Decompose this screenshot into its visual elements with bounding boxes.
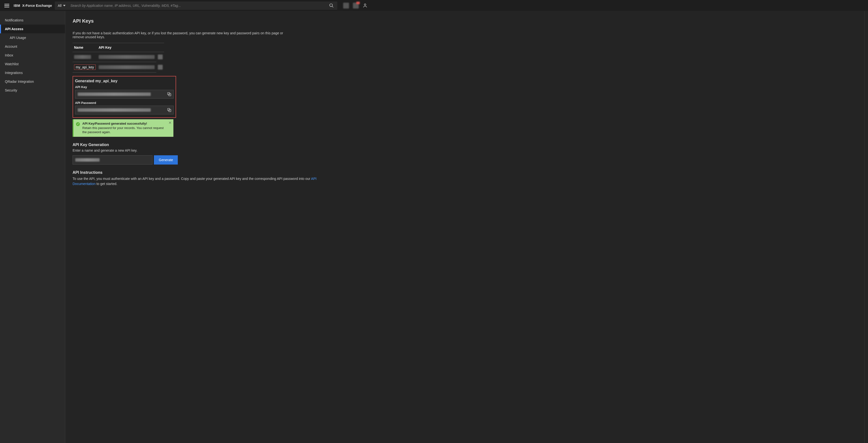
app-header: IBM X-Force Exchange All xyxy=(0,0,868,11)
key-generation-section: API Key Generation Enter a name and gene… xyxy=(72,143,861,164)
search-bar: All xyxy=(55,1,337,10)
brand-ibm: IBM xyxy=(13,4,20,7)
check-icon: ✓ xyxy=(76,122,80,126)
instructions-title: API Instructions xyxy=(72,170,861,175)
sidebar-item-account[interactable]: Account xyxy=(0,42,65,51)
copy-api-password-button[interactable] xyxy=(167,108,172,112)
sidebar-item-label: QRadar Integration xyxy=(5,80,34,84)
sidebar-item-label: Integrations xyxy=(5,71,23,75)
api-password-value-redacted xyxy=(78,108,151,112)
search-input[interactable] xyxy=(68,4,326,7)
generated-key-panel: Generated my_api_key API Key API Passwor… xyxy=(72,76,176,118)
sidebar-item-api-access[interactable]: API Access xyxy=(0,25,65,33)
profile-menu[interactable] xyxy=(363,3,368,8)
header-actions xyxy=(343,3,368,8)
row-action-icon[interactable] xyxy=(158,65,163,70)
key-name-redacted xyxy=(74,55,91,59)
table-row: my_api_key xyxy=(72,62,164,72)
close-icon xyxy=(168,121,172,124)
sidebar-item-label: Account xyxy=(5,44,17,49)
key-name-input-value-redacted xyxy=(75,158,100,162)
search-button[interactable] xyxy=(326,3,337,8)
settings-sidebar: Notifications API Access API Usage Accou… xyxy=(0,11,65,443)
search-icon xyxy=(329,3,334,8)
api-key-value-redacted xyxy=(78,93,151,96)
sidebar-item-label: API Access xyxy=(5,27,23,31)
api-key-field[interactable] xyxy=(75,90,174,99)
key-value-redacted xyxy=(99,65,155,69)
sidebar-item-qradar[interactable]: QRadar Integration xyxy=(0,77,65,86)
copy-icon xyxy=(167,108,172,112)
row-action-icon[interactable] xyxy=(158,55,163,59)
header-action-1[interactable] xyxy=(343,3,349,8)
table-row xyxy=(72,52,164,62)
sidebar-item-label: Inbox xyxy=(5,53,13,57)
brand[interactable]: IBM X-Force Exchange xyxy=(13,4,52,7)
sidebar-item-watchlist[interactable]: Watchlist xyxy=(0,60,65,68)
generation-section-title: API Key Generation xyxy=(72,143,861,147)
search-filter-label: All xyxy=(58,4,62,7)
generation-section-desc: Enter a name and generate a new API key. xyxy=(72,149,861,152)
search-filter-dropdown[interactable]: All xyxy=(55,4,68,7)
sidebar-item-label: Notifications xyxy=(5,18,23,22)
instructions-section: API Instructions To use the API, you mus… xyxy=(72,170,861,186)
page-title: API Keys xyxy=(72,18,861,24)
main-content: API Keys If you do not have a basic auth… xyxy=(65,11,868,443)
brand-product: X-Force Exchange xyxy=(22,4,52,7)
sidebar-item-label: Security xyxy=(5,88,17,92)
table-header-key: API Key xyxy=(97,43,156,52)
sidebar-item-security[interactable]: Security xyxy=(0,86,65,95)
sidebar-item-label: Watchlist xyxy=(5,62,19,66)
svg-line-1 xyxy=(332,6,333,7)
sidebar-item-api-usage[interactable]: API Usage xyxy=(0,33,65,42)
sidebar-item-notifications[interactable]: Notifications xyxy=(0,16,65,25)
banner-text: Retain this password for your records. Y… xyxy=(82,126,165,134)
svg-point-2 xyxy=(364,4,366,5)
copy-icon xyxy=(167,92,172,96)
instructions-text: To use the API, you must authenticate wi… xyxy=(72,176,328,186)
key-name-highlighted: my_api_key xyxy=(74,64,96,70)
svg-point-0 xyxy=(330,4,333,7)
table-header-name: Name xyxy=(72,43,97,52)
notification-badge xyxy=(356,2,360,4)
page-description: If you do not have a basic authenticatio… xyxy=(72,31,287,39)
api-password-label: API Password xyxy=(75,101,174,105)
generated-panel-title: Generated my_api_key xyxy=(75,79,174,83)
api-key-label: API Key xyxy=(75,85,174,89)
key-value-redacted xyxy=(99,55,155,59)
banner-title: API Key/Password generated successfully! xyxy=(82,122,165,125)
api-password-field[interactable] xyxy=(75,106,174,115)
key-name-input[interactable] xyxy=(72,155,152,164)
copy-api-key-button[interactable] xyxy=(167,92,172,96)
banner-close-button[interactable] xyxy=(168,121,172,124)
generate-button[interactable]: Generate xyxy=(154,155,178,164)
sidebar-item-inbox[interactable]: Inbox xyxy=(0,51,65,60)
sidebar-item-integrations[interactable]: Integrations xyxy=(0,68,65,77)
api-keys-table: Name API Key my_api_key xyxy=(72,43,164,72)
profile-icon xyxy=(363,3,368,8)
hamburger-menu[interactable] xyxy=(3,2,11,9)
header-action-notifications[interactable] xyxy=(353,3,359,8)
success-banner: ✓ API Key/Password generated successfull… xyxy=(72,119,174,137)
sidebar-item-label: API Usage xyxy=(10,36,26,40)
chevron-down-icon xyxy=(63,5,65,6)
